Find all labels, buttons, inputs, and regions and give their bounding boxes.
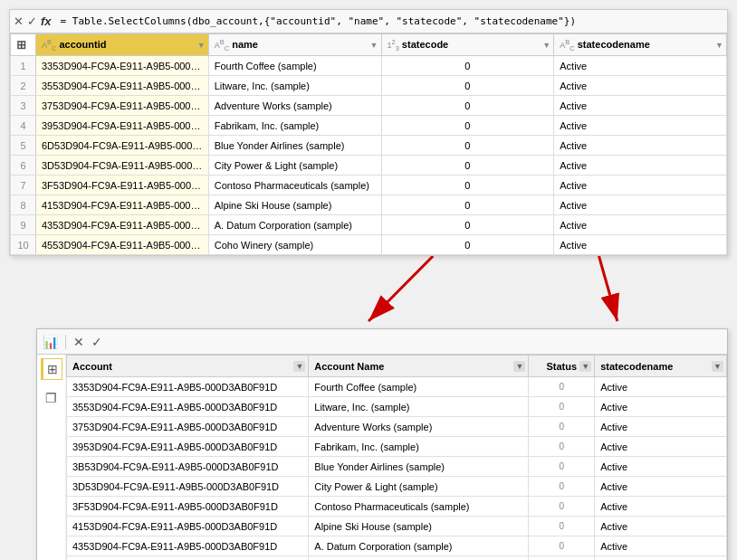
bottom-col-header-statecodename[interactable]: statecodename ▼ bbox=[595, 356, 727, 377]
bottom-cell-account: 4353D904-FC9A-E911-A9B5-000D3AB0F91D bbox=[67, 536, 309, 556]
cell-statecodename: Active bbox=[554, 235, 727, 255]
cell-statecodename: Active bbox=[554, 176, 727, 195]
check-icon[interactable]: ✓ bbox=[27, 14, 37, 28]
cell-name: A. Datum Corporation (sample) bbox=[208, 215, 381, 235]
col-header-statecodename[interactable]: ABC statecodename ▼ bbox=[554, 34, 727, 56]
cell-statecodename: Active bbox=[554, 76, 727, 96]
cell-accountid: 3F53D904-FC9A-E911-A9B5-000D3AB0F... bbox=[36, 176, 209, 195]
bottom-cell-statecodename: Active bbox=[595, 477, 727, 497]
cell-statecodename: Active bbox=[554, 96, 727, 116]
close-icon[interactable]: ✕ bbox=[14, 14, 24, 28]
col-header-accountid[interactable]: ABC accountid ▼ bbox=[36, 34, 209, 56]
list-item: 3553D904-FC9A-E911-A9B5-000D3AB0F91D Lit… bbox=[67, 397, 727, 417]
side-icon-copy[interactable]: ❐ bbox=[41, 387, 62, 409]
bottom-toolbar: 📊 ✕ ✓ bbox=[37, 329, 727, 355]
cell-statecode: 0 bbox=[381, 56, 554, 76]
cell-accountid: 3953D904-FC9A-E911-A9B5-000D3AB0F... bbox=[36, 116, 209, 136]
cell-statecode: 0 bbox=[381, 76, 554, 96]
bottom-cell-account: 3553D904-FC9A-E911-A9B5-000D3AB0F91D bbox=[67, 397, 309, 417]
arrows-svg bbox=[9, 256, 728, 328]
fx-label: fx bbox=[41, 14, 52, 28]
table-row: 10 4553D904-FC9A-E911-A9B5-000D3AB0F... … bbox=[11, 235, 727, 255]
row-number: 6 bbox=[11, 156, 36, 176]
formula-bar-icons: ✕ ✓ fx bbox=[14, 14, 55, 28]
bottom-cell-account: 4153D904-FC9A-E911-A9B5-000D3AB0F91D bbox=[67, 517, 309, 536]
col-header-statecode[interactable]: 123 statecode ▼ bbox=[381, 34, 554, 56]
row-number: 9 bbox=[11, 215, 36, 235]
table-row: 8 4153D904-FC9A-E911-A9B5-000D3AB0F... A… bbox=[11, 195, 727, 215]
cell-statecode: 0 bbox=[381, 156, 554, 176]
bottom-filter-name[interactable]: ▼ bbox=[513, 361, 525, 372]
bottom-filter-account[interactable]: ▼ bbox=[293, 361, 305, 372]
bottom-col-header-status[interactable]: Status ▼ bbox=[529, 356, 595, 377]
side-icon-table[interactable]: ⊞ bbox=[41, 358, 62, 380]
cell-statecode: 0 bbox=[381, 116, 554, 136]
close-icon-bottom[interactable]: ✕ bbox=[73, 335, 84, 349]
bottom-cell-name: Litware, Inc. (sample) bbox=[309, 397, 529, 417]
row-number: 3 bbox=[11, 96, 36, 116]
list-item: 4153D904-FC9A-E911-A9B5-000D3AB0F91D Alp… bbox=[67, 517, 727, 536]
list-item: 3753D904-FC9A-E911-A9B5-000D3AB0F91D Adv… bbox=[67, 417, 727, 437]
bottom-content: ⊞ ❐ Account ▼ Account Name ▼ bbox=[37, 355, 727, 560]
svg-line-2 bbox=[368, 256, 433, 321]
list-item: 3F53D904-FC9A-E911-A9B5-000D3AB0F91D Con… bbox=[67, 497, 727, 517]
formula-text: = Table.SelectColumns(dbo_account,{"acco… bbox=[61, 15, 723, 27]
cell-statecode: 0 bbox=[381, 195, 554, 215]
bottom-cell-name: City Power & Light (sample) bbox=[309, 477, 529, 497]
bottom-col-header-account[interactable]: Account ▼ bbox=[67, 356, 309, 377]
bottom-filter-statecodename[interactable]: ▼ bbox=[712, 361, 723, 372]
bottom-col-label-name: Account Name bbox=[314, 361, 384, 372]
bottom-cell-statecodename: Active bbox=[595, 417, 727, 437]
check-icon-bottom[interactable]: ✓ bbox=[91, 335, 102, 349]
col-label-name: name bbox=[232, 39, 258, 50]
cell-accountid: 3D53D904-FC9A-E911-A9B5-000D3AB0F... bbox=[36, 156, 209, 176]
bottom-cell-status: 0 bbox=[529, 437, 595, 457]
cell-accountid: 3553D904-FC9A-E911-A9B5-000D3AB0F... bbox=[36, 76, 209, 96]
col-label-statecode: statecode bbox=[402, 39, 448, 50]
bottom-cell-name: Contoso Pharmaceuticals (sample) bbox=[309, 497, 529, 517]
cell-accountid: 4553D904-FC9A-E911-A9B5-000D3AB0F... bbox=[36, 235, 209, 255]
cell-name: Fourth Coffee (sample) bbox=[208, 56, 381, 76]
list-item: 3D53D904-FC9A-E911-A9B5-000D3AB0F91D Cit… bbox=[67, 477, 727, 497]
bottom-data-table: Account ▼ Account Name ▼ Status ▼ stat bbox=[66, 355, 727, 560]
filter-icon-name[interactable]: ▼ bbox=[370, 41, 378, 50]
chart-icon[interactable]: 📊 bbox=[43, 335, 58, 349]
bottom-col-header-name[interactable]: Account Name ▼ bbox=[309, 356, 529, 377]
bottom-filter-status[interactable]: ▼ bbox=[579, 361, 591, 372]
cell-name: Fabrikam, Inc. (sample) bbox=[208, 116, 381, 136]
col-type-statecodename: ABC bbox=[560, 38, 574, 52]
cell-accountid: 6D53D904-FC9A-E911-A9B5-000D3AB0F... bbox=[36, 136, 209, 156]
table-row: 2 3553D904-FC9A-E911-A9B5-000D3AB0F... L… bbox=[11, 76, 727, 96]
col-type-accountid: ABC bbox=[42, 38, 56, 52]
bottom-cell-account: 3753D904-FC9A-E911-A9B5-000D3AB0F91D bbox=[67, 417, 309, 437]
cell-name: Blue Yonder Airlines (sample) bbox=[208, 136, 381, 156]
bottom-cell-status: 0 bbox=[529, 517, 595, 536]
filter-icon-statecode[interactable]: ▼ bbox=[542, 41, 550, 50]
cell-statecodename: Active bbox=[554, 56, 727, 76]
bottom-cell-name: Fabrikam, Inc. (sample) bbox=[309, 437, 529, 457]
bottom-cell-status: 0 bbox=[529, 536, 595, 556]
cell-name: Alpine Ski House (sample) bbox=[208, 195, 381, 215]
row-number: 4 bbox=[11, 116, 36, 136]
top-panel: ✕ ✓ fx = Table.SelectColumns(dbo_account… bbox=[9, 9, 728, 256]
svg-line-3 bbox=[598, 256, 617, 321]
cell-name: Contoso Pharmaceuticals (sample) bbox=[208, 176, 381, 195]
bottom-cell-name: Blue Yonder Airlines (sample) bbox=[309, 457, 529, 477]
table-row: 9 4353D904-FC9A-E911-A9B5-000D3AB0F... A… bbox=[11, 215, 727, 235]
cell-statecodename: Active bbox=[554, 215, 727, 235]
bottom-cell-statecodename: Active bbox=[595, 517, 727, 536]
table-row: 3 3753D904-FC9A-E911-A9B5-000D3AB0F... A… bbox=[11, 96, 727, 116]
filter-icon-statecodename[interactable]: ▼ bbox=[715, 41, 723, 50]
formula-bar: ✕ ✓ fx = Table.SelectColumns(dbo_account… bbox=[10, 10, 727, 33]
bottom-cell-name: Alpine Ski House (sample) bbox=[309, 517, 529, 536]
table-row: 1 3353D904-FC9A-E911-A9B5-000D3AB0F... F… bbox=[11, 56, 727, 76]
table-row: 7 3F53D904-FC9A-E911-A9B5-000D3AB0F... C… bbox=[11, 176, 727, 195]
filter-icon-accountid[interactable]: ▼ bbox=[197, 41, 206, 50]
col-header-name[interactable]: ABC name ▼ bbox=[208, 34, 381, 56]
cell-accountid: 4353D904-FC9A-E911-A9B5-000D3AB0F... bbox=[36, 215, 209, 235]
table-icon: ⊞ bbox=[47, 362, 58, 376]
bottom-cell-statecodename: Active bbox=[595, 397, 727, 417]
cell-statecodename: Active bbox=[554, 195, 727, 215]
bottom-col-label-statecodename: statecodename bbox=[600, 361, 673, 372]
cell-accountid: 4153D904-FC9A-E911-A9B5-000D3AB0F... bbox=[36, 195, 209, 215]
